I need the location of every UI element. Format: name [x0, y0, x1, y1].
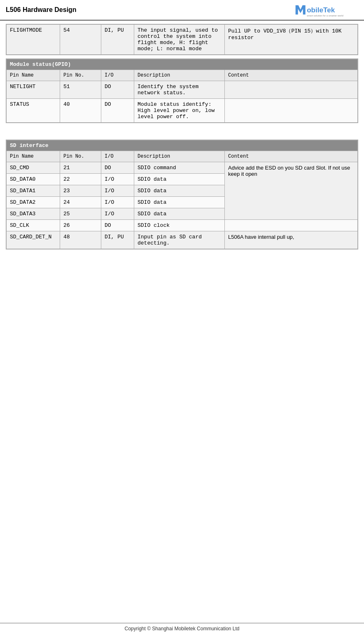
pin-name-cell: NETLIGHT	[7, 81, 60, 99]
table-row: STATUS 40 DO Module status identify: Hig…	[7, 99, 358, 123]
page-header: L506 Hardware Design obileTek smart solu…	[0, 0, 364, 21]
pin-name-cell: SD_CARD_DET_N	[7, 231, 60, 249]
io-cell: I/O	[101, 197, 134, 208]
content-cell-rowspan: Advice add the ESD on you SD card Slot. …	[225, 162, 358, 220]
svg-text:smart solution for a smarter w: smart solution for a smarter world	[307, 14, 343, 17]
description-cell: Module status identify: High level power…	[134, 99, 225, 123]
table-row: SD_CMD 21 DO SDIO command Advice add the…	[7, 162, 358, 174]
content-cell	[225, 99, 358, 123]
section-header-cell: Module status(GPIO)	[7, 59, 358, 70]
module-status-table: Module status(GPIO) Pin Name Pin No. I/O…	[6, 58, 358, 123]
page-title: L506 Hardware Design	[6, 6, 77, 14]
description-cell: Input pin as SD card detecting.	[134, 231, 225, 249]
table-row: SD_CLK 26 DO SDIO clock	[7, 220, 358, 231]
table-spacer	[0, 126, 364, 136]
pin-name-cell: SD_DATA2	[7, 197, 60, 208]
col-io: I/O	[101, 151, 134, 162]
description-cell: SDIO data	[134, 174, 225, 185]
pin-name-cell: FLIGHTMODE	[7, 25, 60, 55]
pin-no-cell: 21	[60, 162, 101, 174]
pin-no-cell: 25	[60, 208, 101, 220]
pin-name-cell: SD_CLK	[7, 220, 60, 231]
copyright-text: Copyright © Shanghai Mobiletek Communica…	[125, 626, 240, 632]
pin-name-cell: SD_DATA1	[7, 185, 60, 197]
table-row: FLIGHTMODE 54 DI, PU The input signal, u…	[7, 25, 358, 55]
io-cell: I/O	[101, 208, 134, 220]
logo-container: obileTek smart solution for a smarter wo…	[295, 2, 358, 17]
pin-no-cell: 26	[60, 220, 101, 231]
table-row: SD_CARD_DET_N 48 DI, PU Input pin as SD …	[7, 231, 358, 249]
col-io: I/O	[101, 70, 134, 81]
description-cell: SDIO data	[134, 197, 225, 208]
pin-no-cell: 51	[60, 81, 101, 99]
pin-name-cell: SD_DATA0	[7, 174, 60, 185]
col-pin-name: Pin Name	[7, 70, 60, 81]
section-header-row: SD interface	[7, 140, 358, 151]
description-cell: SDIO data	[134, 208, 225, 220]
col-pin-no: Pin No.	[60, 151, 101, 162]
io-cell: I/O	[101, 185, 134, 197]
pin-no-cell: 22	[60, 174, 101, 185]
pin-name-cell: SD_CMD	[7, 162, 60, 174]
description-cell: SDIO command	[134, 162, 225, 174]
io-cell: DO	[101, 99, 134, 123]
io-cell: I/O	[101, 174, 134, 185]
pin-no-cell: 48	[60, 231, 101, 249]
col-pin-name: Pin Name	[7, 151, 60, 162]
description-cell: SDIO clock	[134, 220, 225, 231]
pin-no-cell: 24	[60, 197, 101, 208]
svg-text:obileTek: obileTek	[307, 6, 335, 14]
column-header-row: Pin Name Pin No. I/O Description Content	[7, 151, 358, 162]
content-cell: Pull UP to VDD_1V8（PIN 15）with 10K resis…	[225, 25, 358, 55]
mobiletek-logo: obileTek smart solution for a smarter wo…	[295, 2, 358, 17]
col-description: Description	[134, 151, 225, 162]
content-cell: L506A have internal pull up,	[225, 231, 358, 249]
description-cell: SDIO data	[134, 185, 225, 197]
col-content: Content	[225, 151, 358, 162]
section-header-cell: SD interface	[7, 140, 358, 151]
pin-name-cell: SD_DATA3	[7, 208, 60, 220]
content-cell	[225, 81, 358, 99]
col-pin-no: Pin No.	[60, 70, 101, 81]
io-cell: DI, PU	[101, 231, 134, 249]
column-header-row: Pin Name Pin No. I/O Description Content	[7, 70, 358, 81]
content-cell	[225, 220, 358, 231]
io-cell: DO	[101, 81, 134, 99]
io-cell: DI, PU	[101, 25, 134, 55]
description-cell: Identify the system network status.	[134, 81, 225, 99]
col-content: Content	[225, 70, 358, 81]
flightmode-table: FLIGHTMODE 54 DI, PU The input signal, u…	[6, 24, 358, 55]
table-row: NETLIGHT 51 DO Identify the system netwo…	[7, 81, 358, 99]
svg-marker-0	[295, 5, 305, 14]
description-cell: The input signal, used to control the sy…	[134, 25, 225, 55]
pin-name-cell: STATUS	[7, 99, 60, 123]
col-description: Description	[134, 70, 225, 81]
pin-no-cell: 40	[60, 99, 101, 123]
io-cell: DO	[101, 162, 134, 174]
io-cell: DO	[101, 220, 134, 231]
page-footer: Copyright © Shanghai Mobiletek Communica…	[0, 623, 364, 634]
pin-no-cell: 54	[60, 25, 101, 55]
section-header-row: Module status(GPIO)	[7, 59, 358, 70]
pin-no-cell: 23	[60, 185, 101, 197]
sd-interface-table: SD interface Pin Name Pin No. I/O Descri…	[6, 140, 358, 249]
